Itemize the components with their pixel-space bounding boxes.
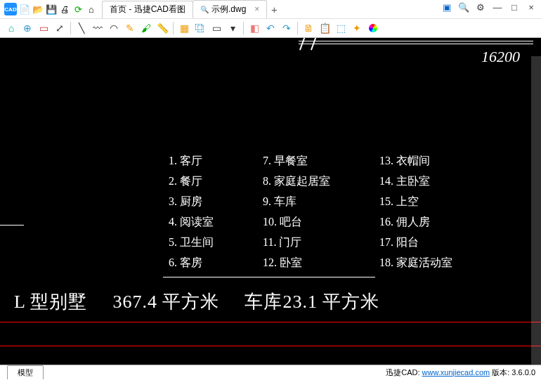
drawing-line [0,225,24,226]
room-item: 6. 客房 [169,252,214,273]
room-item: 3. 厨房 [169,191,214,211]
status-brand: 迅捷CAD: [386,368,422,377]
tool-line-icon[interactable]: ╲ [74,21,89,35]
room-item: 13. 衣帽间 [379,150,452,171]
open-file-icon[interactable]: 📂 [32,4,44,15]
room-item: 8. 家庭起居室 [263,171,330,191]
drawing-red-line [0,322,541,322]
status-ver-label: 版本: [490,368,511,377]
minimize-button[interactable]: — [492,1,503,13]
tab-home-label: 首页 - 迅捷CAD看图 [110,4,185,15]
tool-layer-icon[interactable]: ▦ [177,21,191,35]
room-legend: 1. 客厅 2. 餐厅 3. 厨房 4. 阅读室 5. 卫生间 6. 客房 7.… [169,150,452,273]
tool-copy-icon[interactable]: ⿻ [193,21,207,35]
tab-file[interactable]: 🔍 示例.dwg × [193,0,267,18]
toolbar-separator [297,22,298,34]
dimension-line [299,41,533,41]
tool-zoom-icon[interactable]: ⊕ [20,21,34,35]
room-col-2: 7. 早餐室 8. 家庭起居室 9. 车库 10. 吧台 11. 门厅 12. … [263,150,330,273]
close-button[interactable]: × [526,1,537,13]
dimension-line [299,44,533,44]
tool-redo-icon[interactable]: ↷ [280,21,294,35]
status-url-link[interactable]: www.xunjiecad.com [422,368,490,377]
drawing-canvas[interactable]: 16200 1. 客厅 2. 餐厅 3. 厨房 4. 阅读室 5. 卫生间 6.… [0,38,541,379]
model-tab[interactable]: 模型 [7,365,44,379]
room-item: 7. 早餐室 [263,150,330,171]
tool-brush-icon[interactable]: 🖌 [139,21,153,35]
room-item: 4. 阅读室 [169,211,214,232]
toolbar: ⌂ ⊕ ▭ ⤢ ╲ 〰 ◠ ✎ 🖌 📏 ▦ ⿻ ▭ ▾ ◧ ↶ ↷ 🗎 📋 ⬚ … [0,19,541,38]
room-item: 18. 家庭活动室 [379,252,452,273]
status-bar: 模型 迅捷CAD: www.xunjiecad.com 版本: 3.6.0.0 [0,365,541,379]
tool-home-icon[interactable]: ⌂ [4,21,18,35]
summary-area: 367.4 平方米 [112,289,219,314]
room-item: 12. 卧室 [263,252,330,273]
tab-file-label: 示例.dwg [211,4,246,15]
tool-dropdown-icon[interactable]: ▾ [226,21,240,35]
drawing-red-line [0,346,541,346]
room-col-3: 13. 衣帽间 14. 主卧室 15. 上空 16. 佣人房 17. 阳台 18… [379,150,452,273]
titlebar: CAD 📄 📂 💾 🖨 ⟳ ⌂ 首页 - 迅捷CAD看图 🔍 示例.dwg × … [0,0,541,19]
room-item: 17. 阳台 [379,232,452,252]
home-shape-icon[interactable]: ⌂ [86,4,97,15]
close-tab-icon[interactable]: × [254,4,259,14]
tool-rect-icon[interactable]: ▭ [209,21,223,35]
tool-measure-icon[interactable]: 📏 [155,21,169,35]
app-icon: CAD [4,3,17,15]
room-item: 14. 主卧室 [379,171,452,191]
room-item: 15. 上空 [379,191,452,211]
room-item: 10. 吧台 [263,211,330,232]
room-item: 11. 门厅 [263,232,330,252]
room-item: 5. 卫生间 [169,232,214,252]
summary-row: L 型别墅 367.4 平方米 车库23.1 平方米 [14,289,379,314]
tool-undo-icon[interactable]: ↶ [263,21,278,35]
tool-fit-icon[interactable]: ⤢ [53,21,67,35]
room-item: 16. 佣人房 [379,211,452,232]
summary-title: L 型别墅 [14,289,87,314]
tool-color-icon[interactable] [366,21,380,35]
toolbar-separator [243,22,244,34]
search-icon: 🔍 [200,5,209,13]
status-version: 3.6.0.0 [511,368,535,377]
room-item: 2. 餐厅 [169,171,214,191]
save-icon[interactable]: 💾 [46,4,57,15]
screenshot-icon[interactable]: ▣ [441,1,452,13]
tool-edit-icon[interactable]: ✎ [123,21,137,35]
new-file-icon[interactable]: 📄 [19,4,30,15]
tool-eraser-icon[interactable]: ◧ [247,21,261,35]
tool-3d-icon[interactable]: ⬚ [334,21,348,35]
tool-select-icon[interactable]: ▭ [37,21,51,35]
tab-strip: 首页 - 迅捷CAD看图 🔍 示例.dwg × + [102,0,282,18]
status-info: 迅捷CAD: www.xunjiecad.com 版本: 3.6.0.0 [386,367,535,378]
tool-export-icon[interactable]: 🗎 [301,21,315,35]
dimension-value: 16200 [481,48,520,66]
vertical-scrollbar[interactable] [531,56,541,365]
tool-style-icon[interactable]: ✦ [350,21,364,35]
tool-arc-icon[interactable]: ◠ [107,21,121,35]
room-item: 9. 车库 [263,191,330,211]
refresh-icon[interactable]: ⟳ [72,4,84,15]
tool-polyline-icon[interactable]: 〰 [91,21,105,35]
toolbar-separator [173,22,174,34]
add-tab-button[interactable]: + [266,1,282,17]
window-controls: ▣ 🔍 ⚙ — □ × [441,1,537,13]
settings-icon[interactable]: ⚙ [475,1,486,13]
print-icon[interactable]: 🖨 [59,4,70,15]
toolbar-separator [70,22,71,34]
summary-garage: 车库23.1 平方米 [245,289,379,314]
legend-underline [163,277,375,277]
room-col-1: 1. 客厅 2. 餐厅 3. 厨房 4. 阅读室 5. 卫生间 6. 客房 [169,150,214,273]
zoom-out-icon[interactable]: 🔍 [458,1,469,13]
room-item: 1. 客厅 [169,150,214,171]
tab-home[interactable]: 首页 - 迅捷CAD看图 [102,1,193,18]
maximize-button[interactable]: □ [509,1,520,13]
tool-clipboard-icon[interactable]: 📋 [318,21,332,35]
